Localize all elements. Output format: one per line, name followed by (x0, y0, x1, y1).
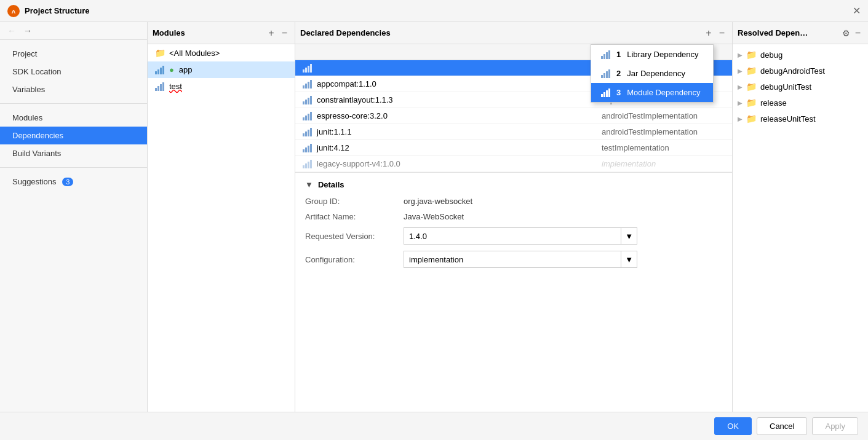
detail-version-row: Requested Version: 1.4.0 ▼ (305, 227, 722, 245)
item-num-2: 2 (616, 69, 621, 78)
resolved-list: ▶ 📁 debug ▶ 📁 debugAndroidTest ▶ 📁 debug… (733, 44, 868, 412)
artifact-name-value: Java-WebSocket (404, 212, 464, 221)
module-all-modules[interactable]: 📁 <All Modules> (148, 44, 295, 61)
group-id-value: org.java-websocket (404, 197, 472, 206)
svg-text:A: A (12, 9, 16, 15)
sidebar-item-variables[interactable]: Variables (0, 81, 147, 98)
resolved-debug[interactable]: ▶ 📁 debug (733, 47, 868, 63)
folder-icon-rut: 📁 (746, 114, 757, 124)
deps-add-button[interactable]: + (703, 28, 714, 38)
title-bar: A Project Structure ✕ (0, 0, 868, 22)
dep-name-espresso: espresso-core:3.2.0 (317, 111, 597, 120)
folder-icon-dut: 📁 (746, 82, 757, 92)
sidebar-item-dependencies[interactable]: Dependencies (0, 127, 147, 144)
back-arrow[interactable]: ← (5, 25, 18, 37)
dep-icon-junit111 (303, 128, 312, 136)
nav-arrows: ← → (0, 22, 147, 40)
resolved-release-unit-test[interactable]: ▶ 📁 releaseUnitTest (733, 111, 868, 127)
expand-icon-debug: ▶ (738, 52, 743, 58)
sidebar-item-suggestions[interactable]: Suggestions 3 (0, 173, 147, 191)
resolved-debug-android-test[interactable]: ▶ 📁 debugAndroidTest (733, 63, 868, 79)
modules-panel: Modules + − 📁 <All Modules> (148, 22, 295, 412)
sidebar-nav: Project SDK Location Variables Modules D… (0, 40, 147, 195)
window-title: Project Structure (25, 6, 89, 15)
resolved-panel: Resolved Depen… ⚙ − ▶ 📁 debug ▶ 📁 debugA… (733, 22, 868, 412)
sidebar: ← → Project SDK Location Variables Modul… (0, 22, 148, 412)
dep-name-legacy: legacy-support-v4:1.0.0 (317, 159, 597, 168)
dep-row-junit412[interactable]: junit:4.12 testImplementation (295, 140, 732, 156)
resolved-debug-unit-test[interactable]: ▶ 📁 debugUnitTest (733, 79, 868, 95)
module-dep-icon (601, 88, 610, 97)
requested-version-label: Requested Version: (305, 232, 404, 241)
test-icon-bars (155, 82, 164, 91)
expand-icon-dut: ▶ (738, 84, 743, 90)
deps-remove-button[interactable]: − (717, 28, 727, 38)
modules-remove-button[interactable]: − (279, 28, 290, 38)
dep-icon-junit412 (303, 144, 312, 152)
detail-artifact-row: Artifact Name: Java-WebSocket (305, 212, 722, 221)
sidebar-item-modules[interactable]: Modules (0, 109, 147, 127)
dep-config-espresso: androidTestImplementation (602, 111, 725, 120)
dep-icon-appcompat (303, 80, 312, 88)
suggestions-badge: 3 (62, 178, 73, 186)
configuration-dropdown-arrow[interactable]: ▼ (621, 251, 637, 267)
module-test[interactable]: test (148, 78, 295, 95)
item-num-3: 3 (616, 88, 621, 97)
deps-panel-title: Declared Dependencies (300, 28, 391, 37)
version-dropdown[interactable]: 1.4.0 ▼ (404, 227, 637, 245)
module-list: 📁 <All Modules> ● app (148, 44, 295, 412)
sidebar-item-build-variants[interactable]: Build Variants (0, 144, 147, 162)
jar-dep-label: Jar Dependency (627, 69, 685, 78)
apply-button[interactable]: Apply (812, 417, 858, 435)
dependencies-panel: Declared Dependencies + − 1 Library D (295, 22, 733, 412)
close-button[interactable]: ✕ (853, 5, 861, 17)
dep-name-appcompat: appcompat:1.1.0 (317, 79, 597, 88)
resolved-release[interactable]: ▶ 📁 release (733, 95, 868, 111)
folder-icon-release: 📁 (746, 98, 757, 108)
modules-add-button[interactable]: + (266, 28, 276, 38)
forward-arrow[interactable]: → (21, 25, 34, 37)
expand-icon-release: ▶ (738, 100, 743, 106)
dep-config-junit412: testImplementation (602, 143, 725, 152)
version-dropdown-arrow[interactable]: ▼ (621, 228, 637, 244)
folder-icon-dat: 📁 (746, 66, 757, 76)
sidebar-divider-1 (0, 103, 147, 104)
dep-name-junit111: junit:1.1.1 (317, 127, 597, 136)
footer: OK Cancel Apply (0, 412, 868, 440)
details-toggle[interactable]: ▼ (305, 180, 313, 189)
dep-row-junit111[interactable]: junit:1.1.1 androidTestImplementation (295, 124, 732, 140)
app-icon-bars (155, 66, 164, 74)
sidebar-item-project[interactable]: Project (0, 45, 147, 63)
dep-row-espresso[interactable]: espresso-core:3.2.0 androidTestImplement… (295, 108, 732, 124)
main-layout: ← → Project SDK Location Variables Modul… (0, 22, 868, 412)
resolved-panel-header: Resolved Depen… ⚙ − (733, 22, 868, 44)
dep-icon-espresso (303, 112, 312, 120)
cancel-button[interactable]: Cancel (757, 417, 807, 435)
dropdown-jar-dependency[interactable]: 2 Jar Dependency (591, 64, 713, 83)
module-app[interactable]: ● app (148, 61, 295, 78)
version-value: 1.4.0 (404, 232, 621, 241)
green-dot: ● (169, 65, 174, 74)
modules-panel-header: Modules + − (148, 22, 295, 44)
folder-icon-debug: 📁 (746, 50, 757, 60)
details-panel: ▼ Details Group ID: org.java-websocket A… (295, 172, 732, 281)
ok-button[interactable]: OK (714, 417, 752, 435)
app-icon: A (7, 5, 20, 17)
library-dep-label: Library Dependency (627, 50, 698, 59)
dep-row-legacy[interactable]: legacy-support-v4:1.0.0 implementation (295, 156, 732, 172)
sidebar-item-sdk-location[interactable]: SDK Location (0, 63, 147, 81)
dep-name-constraintlayout: constraintlayout:1.1.3 (317, 95, 597, 104)
resolved-remove-button[interactable]: − (853, 28, 863, 38)
resolved-settings-icon[interactable]: ⚙ (842, 28, 850, 38)
dropdown-library-dependency[interactable]: 1 Library Dependency (591, 45, 713, 64)
detail-config-row: Configuration: implementation ▼ (305, 251, 722, 268)
dep-icon-selected (303, 64, 312, 73)
resolved-panel-title: Resolved Depen… (738, 28, 808, 37)
library-dep-icon (601, 50, 610, 59)
dropdown-module-dependency[interactable]: 3 Module Dependency (591, 83, 713, 102)
sidebar-divider-2 (0, 167, 147, 168)
configuration-dropdown[interactable]: implementation ▼ (404, 251, 637, 268)
dep-config-legacy: implementation (602, 159, 725, 168)
dep-name-junit412: junit:4.12 (317, 143, 597, 152)
configuration-label: Configuration: (305, 255, 404, 264)
